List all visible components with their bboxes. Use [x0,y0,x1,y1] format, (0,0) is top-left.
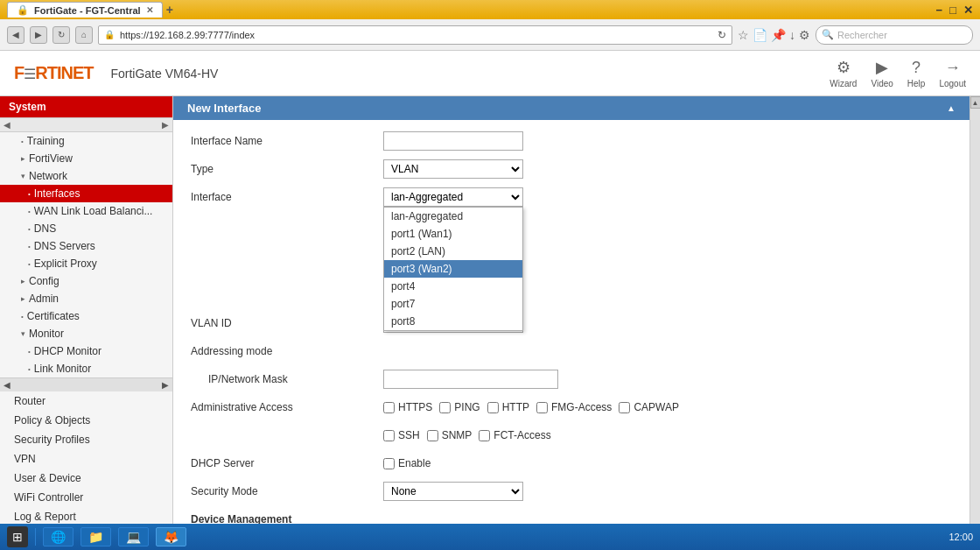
sidebar-item-certificates[interactable]: • Certificates [0,307,172,325]
tab-close-button[interactable]: ✕ [146,5,153,15]
dropdown-item-port7[interactable]: port7 [384,295,522,313]
sidebar-item-network[interactable]: ▾ Network [0,167,172,185]
read-mode-icon[interactable]: 📄 [752,28,767,42]
scroll-up-button[interactable]: ▲ [970,96,981,109]
taskbar-browser-button[interactable]: 🌐 [43,527,74,546]
new-tab-button[interactable]: + [166,3,173,17]
wan-dot-icon: • [28,208,31,215]
fortinet-logo: F☰RTINET [14,63,93,83]
sidebar-item-fortiview[interactable]: ▸ FortiView [0,150,172,167]
sidebar-item-wan-link[interactable]: • WAN Link Load Balanci... [0,202,172,220]
content-area: System ◀ ▶ • Training ▸ FortiView ▾ Netw… [0,96,980,550]
security-mode-select[interactable]: None [383,482,523,501]
capwap-checkbox[interactable] [619,402,630,413]
snmp-checkbox[interactable] [427,430,438,441]
fct-checkbox[interactable] [479,430,490,441]
scroll-indicator: ◀ ▶ [0,117,172,132]
taskbar-explorer-button[interactable]: 📁 [80,527,111,546]
sidebar-item-router[interactable]: Router [0,391,172,411]
type-select[interactable]: VLAN [383,159,523,179]
sidebar-item-link-monitor[interactable]: • Link Monitor [0,360,172,377]
interface-select[interactable]: lan-Aggregated [383,187,523,207]
sidebar-item-security-profiles[interactable]: Security Profiles [0,430,172,449]
sidebar-item-policy-objects[interactable]: Policy & Objects [0,411,172,430]
pocket-icon[interactable]: 📌 [771,28,786,42]
ping-checkbox[interactable] [439,402,451,413]
maximize-button[interactable]: □ [949,4,956,17]
window-close-button[interactable]: ✕ [963,4,973,17]
search-icon: 🔍 [822,29,834,40]
address-text: https://192.168.2.99:7777/index [120,30,712,40]
wizard-action[interactable]: ⚙ Wizard [830,58,857,88]
https-checkbox[interactable] [383,402,395,413]
video-action[interactable]: ▶ Video [871,58,892,88]
sidebar-item-user-device[interactable]: User & Device [0,469,172,488]
http-checkbox[interactable] [487,402,499,413]
home-button[interactable]: ⌂ [75,26,93,44]
sidebar-scroll-right[interactable]: ▶ [162,120,169,130]
address-refresh-icon[interactable]: ↻ [718,29,726,41]
address-bar[interactable]: 🔒 https://192.168.2.99:7777/index ↻ [98,25,732,45]
dropdown-item-port2[interactable]: port2 (LAN) [384,243,522,260]
app-container: F☰RTINET FortiGate VM64-HV ⚙ Wizard ▶ Vi… [0,51,980,550]
back-button[interactable]: ◀ [7,26,24,44]
dropdown-item-port1[interactable]: port1 (Wan1) [384,225,522,243]
sidebar-item-dhcp-monitor[interactable]: • DHCP Monitor [0,342,172,360]
sidebar-item-dns[interactable]: • DNS [0,220,172,237]
dhcp-enable-checkbox[interactable] [383,458,395,469]
logo-text: F☰RTINET [14,63,93,83]
ssh-checkbox[interactable] [383,430,395,441]
dropdown-item-port3[interactable]: port3 (Wan2) [384,260,522,278]
sidebar: System ◀ ▶ • Training ▸ FortiView ▾ Netw… [0,96,173,550]
sidebar-item-dns-servers[interactable]: • DNS Servers [0,237,172,255]
ssh-checkbox-item: SSH [383,429,420,441]
sidebar-item-vpn[interactable]: VPN [0,449,172,469]
sidebar-label-user-device: User & Device [14,472,81,484]
dropdown-item-lan-aggregated[interactable]: lan-Aggregated [384,208,522,225]
sidebar-scroll-left[interactable]: ◀ [4,120,10,130]
taskbar-app1-button[interactable]: 💻 [118,527,149,546]
taskbar-firefox-button[interactable]: 🦊 [156,527,186,546]
dialog-scroll-up[interactable]: ▲ [947,103,956,113]
ip-address-input[interactable] [383,370,558,389]
dhcp-server-control: Enable [383,457,952,469]
sidebar-item-admin[interactable]: ▸ Admin [0,290,172,307]
bookmark-icon[interactable]: ☆ [738,28,749,42]
wizard-icon: ⚙ [836,58,850,77]
sidebar-label-dns: DNS [34,222,56,235]
settings-icon[interactable]: ⚙ [799,28,810,42]
sidebar-nav-left[interactable]: ◀ [4,380,10,390]
dialog-title: New Interface [187,102,262,115]
dropdown-item-port4[interactable]: port4 [384,278,522,295]
dropdown-item-port8[interactable]: port8 [384,313,522,330]
sidebar-nav-right[interactable]: ▶ [162,380,169,390]
fmg-checkbox[interactable] [536,402,548,413]
sidebar-item-explicit-proxy[interactable]: • Explicit Proxy [0,255,172,272]
sidebar-item-wifi-controller[interactable]: WiFi Controller [0,488,172,507]
sidebar-label-dhcp-monitor: DHCP Monitor [34,345,102,357]
start-button[interactable]: ⊞ [7,526,28,547]
admin-expand-icon: ▸ [21,294,25,303]
download-icon[interactable]: ↓ [789,28,795,42]
sidebar-item-training[interactable]: • Training [0,132,172,150]
browser-tab[interactable]: 🔒 FortiGate - FGT-Central ✕ [7,2,163,18]
app-header: F☰RTINET FortiGate VM64-HV ⚙ Wizard ▶ Vi… [0,51,980,96]
sidebar-label-log-report: Log & Report [14,511,76,523]
refresh-button[interactable]: ↻ [52,26,70,44]
monitor-expand-icon: ▾ [21,329,25,338]
forward-button[interactable]: ▶ [30,26,47,44]
dhcp-server-label: DHCP Server [191,457,383,469]
sidebar-section-system[interactable]: System [0,96,172,117]
sidebar-item-config[interactable]: ▸ Config [0,272,172,290]
sidebar-label-link-monitor: Link Monitor [34,363,91,375]
help-action[interactable]: ? Help [907,59,926,88]
minimize-button[interactable]: − [936,4,943,17]
interface-name-input[interactable] [383,131,523,151]
logout-action[interactable]: → Logout [939,59,966,88]
taskbar: ⊞ 🌐 📁 💻 🦊 12:00 [0,524,980,550]
sidebar-item-interfaces[interactable]: • Interfaces [0,185,172,202]
search-bar[interactable]: 🔍 Rechercher [816,25,973,45]
ip-mask-control [383,370,952,389]
sidebar-item-monitor[interactable]: ▾ Monitor [0,325,172,342]
sidebar-label-policy-objects: Policy & Objects [14,414,90,427]
